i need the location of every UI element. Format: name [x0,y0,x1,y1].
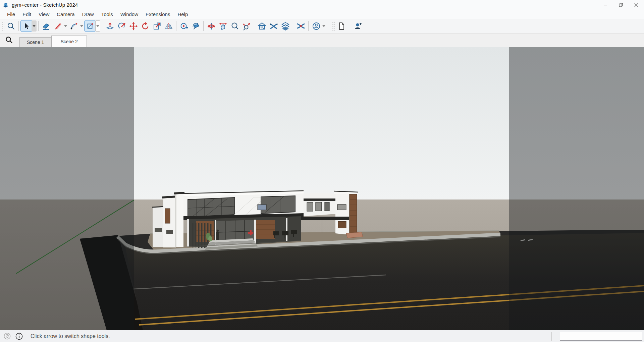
menu-file[interactable]: File [3,10,19,18]
pan-tool-button[interactable] [217,20,229,32]
scale-icon [153,22,161,31]
search-icon [7,22,15,31]
menu-edit[interactable]: Edit [19,10,35,18]
paint-bucket-icon [192,22,200,31]
shapes-tool-button[interactable] [84,20,96,32]
scene-tab-2[interactable]: Scene 2 [51,36,87,47]
close-button[interactable] [629,0,644,10]
toolbar-separator [293,21,293,31]
title-bar: gym+center - SketchUp 2024 [0,0,644,10]
sandbox-smoove-button[interactable] [295,20,307,32]
paint-bucket-tool-button[interactable] [190,20,202,32]
viewport-canvas[interactable] [0,47,644,330]
chevron-down-icon [80,25,83,27]
main-toolbar [0,19,644,34]
search-icon [5,36,13,44]
zoom-icon [230,22,239,31]
move-tool-button[interactable] [127,20,139,32]
toolbar-separator [102,21,102,31]
layered-grid-icon [281,22,290,31]
rotate-tool-button[interactable] [139,20,151,32]
select-tool-dropdown[interactable] [32,20,37,32]
sandbox-from-scratch-button[interactable] [279,20,291,32]
toolbar-grip-handle[interactable] [1,21,4,31]
minimize-button[interactable] [598,0,613,10]
toolbar-separator [38,21,39,31]
pan-hand-icon [219,22,227,31]
menu-camera[interactable]: Camera [53,10,78,18]
restore-button[interactable] [613,0,629,10]
toolbar-separator [203,21,204,31]
toolbar-separator [308,21,309,31]
menu-view[interactable]: View [35,10,53,18]
flip-icon [164,22,173,31]
line-tool-dropdown[interactable] [63,20,68,32]
arc-tool-dropdown[interactable] [79,20,84,32]
select-tool-button[interactable] [20,20,32,32]
account-button[interactable] [310,20,322,32]
contours-wave-icon [269,22,278,31]
arc-tool-button[interactable] [68,20,80,32]
toolbar-separator [18,21,19,31]
follow-me-tool-button[interactable] [116,20,127,32]
new-document-button[interactable] [335,20,347,32]
account-person-icon [312,22,321,31]
rectangle-shape-icon [86,22,94,30]
menu-bar: File Edit View Camera Draw Tools Window … [0,10,644,19]
move-icon [129,22,138,31]
viewport[interactable] [0,47,644,330]
account-dropdown[interactable] [321,20,326,32]
tape-measure-tool-button[interactable] [178,20,190,32]
sandbox-from-contours-button[interactable] [268,20,279,32]
add-person-icon [354,22,362,31]
push-pull-icon [106,22,114,31]
geolocation-icon [4,333,11,340]
scale-tool-button[interactable] [151,20,163,32]
menu-help[interactable]: Help [174,10,192,18]
pencil-icon [54,22,62,31]
statusbar-separator [27,332,27,340]
menu-tools[interactable]: Tools [98,10,117,18]
line-tool-button[interactable] [52,20,64,32]
sketchup-logo-icon [2,2,9,8]
info-icon [15,333,23,340]
rotate-icon [141,22,150,31]
scene-tab-1[interactable]: Scene 1 [19,37,51,47]
flip-tool-button[interactable] [163,20,174,32]
search-tool-button[interactable] [5,20,17,32]
new-document-icon [337,22,346,31]
minimize-icon [603,3,607,7]
3d-warehouse-button[interactable] [256,20,268,32]
zoom-extents-icon [242,22,251,31]
chevron-down-icon [33,25,36,27]
status-bar: Click arrow to switch shape tools. [0,330,644,342]
arc-icon [70,22,78,31]
orbit-icon [207,22,216,31]
geolocation-button[interactable] [2,331,12,341]
shapes-tool-dropdown[interactable] [95,20,100,32]
menu-window[interactable]: Window [117,10,142,18]
push-pull-tool-button[interactable] [104,20,116,32]
eraser-tool-button[interactable] [40,20,52,32]
toolbar-separator [254,21,254,31]
measurements-input[interactable] [560,332,642,341]
scene-search-button[interactable] [3,34,15,46]
scene-tab-row: Scene 1 Scene 2 [0,34,644,47]
menu-draw[interactable]: Draw [78,10,98,18]
statusbar-separator [551,332,552,341]
chevron-down-icon [96,25,99,27]
info-button[interactable] [14,331,24,341]
dim-overlay-left [0,47,134,330]
menu-extensions[interactable]: Extensions [142,10,174,18]
restore-icon [619,3,623,7]
toolbar-separator [176,21,176,31]
dim-overlay-right [509,47,644,330]
orbit-tool-button[interactable] [205,20,217,32]
add-person-button[interactable] [352,20,364,32]
toolbar-grip-handle[interactable] [332,21,335,31]
window-title: gym+center - SketchUp 2024 [12,2,78,8]
close-icon [634,3,638,7]
tape-measure-icon [180,22,189,31]
zoom-tool-button[interactable] [229,20,240,32]
zoom-extents-tool-button[interactable] [240,20,252,32]
